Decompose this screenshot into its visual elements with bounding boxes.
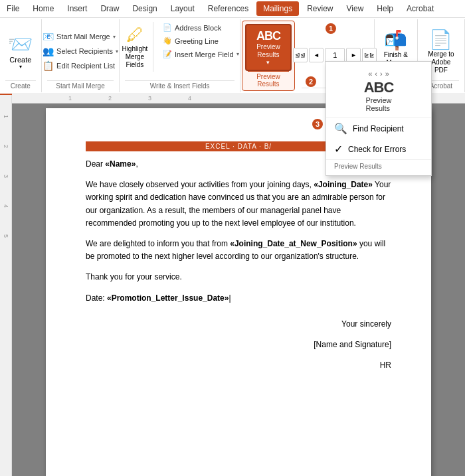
menu-view[interactable]: View — [340, 1, 371, 16]
nav-first-button[interactable]: ⊴⊴ — [293, 48, 308, 62]
joining-date-field: «Joining_Date» — [314, 180, 373, 189]
ruler-5: 5 — [3, 234, 9, 238]
insert-merge-field-chevron: ▾ — [236, 51, 239, 57]
create-icon: 📨 — [8, 33, 33, 56]
menu-file[interactable]: File — [0, 1, 26, 16]
highlight-merge-fields-button[interactable]: 🖊 HighlightMerge Fields — [117, 22, 153, 72]
group-label-write-insert: Write & Insert Fields — [125, 80, 234, 90]
nav-next-button[interactable]: ► — [346, 48, 361, 62]
dropdown-preview-label: PreviewResults — [365, 96, 391, 112]
create-label: Create — [9, 56, 31, 64]
start-mail-merge-button[interactable]: 📧 Start Mail Merge ▾ — [39, 30, 122, 43]
start-mail-merge-label: Start Mail Merge — [56, 33, 110, 40]
nav-prev-dd-icon: ‹ — [375, 70, 377, 78]
find-recipient-label: Find Recipient — [353, 124, 404, 133]
start-mail-merge-icon: 📧 — [43, 31, 54, 42]
highlight-icon: 🖊 — [126, 25, 143, 45]
select-recipients-button[interactable]: 👥 Select Recipients ▾ — [39, 44, 122, 58]
badge-three: 3 — [311, 118, 324, 131]
menu-layout[interactable]: Layout — [164, 1, 201, 16]
create-chevron: ▾ — [19, 64, 22, 70]
edit-recipient-label: Edit Recipient List — [56, 62, 115, 70]
check-for-errors-icon: ✓ — [334, 143, 343, 155]
dropdown-preview-item[interactable]: « ‹ › » ABC PreviewResults — [326, 64, 431, 118]
ruler-4: 4 — [3, 204, 9, 208]
ribbon-group-write-insert: 🖊 HighlightMerge Fields 📄 Address Block … — [120, 19, 240, 92]
badge-two: 2 — [304, 75, 318, 88]
create-button[interactable]: 📨 Create ▾ — [1, 30, 39, 72]
finish-merge-icon: 📬 — [384, 29, 407, 51]
nav-prev-button[interactable]: ◄ — [309, 48, 324, 62]
address-block-button[interactable]: 📄 Address Block — [159, 22, 243, 33]
nav-first-dd-icon: « — [368, 70, 372, 78]
menu-mailings[interactable]: Mailings — [256, 1, 299, 16]
menu-review[interactable]: Review — [300, 1, 339, 16]
greeting-text: Dear — [86, 159, 105, 169]
edit-recipient-icon: 📋 — [43, 60, 54, 71]
signature-line: [Name and Signature] — [86, 339, 391, 351]
para1: We have closely observed your activities… — [86, 179, 391, 230]
menu-acrobat[interactable]: Acrobat — [400, 1, 440, 16]
ruler-3: 3 — [3, 175, 9, 178]
menu-references[interactable]: References — [201, 1, 255, 16]
preview-results-main-button[interactable]: ABC PreviewResults ▾ — [245, 24, 292, 71]
menu-insert[interactable]: Insert — [60, 1, 94, 16]
menu-bar: File Home Insert Draw Design Layout Refe… — [0, 0, 465, 18]
nav-last-dd-icon: » — [385, 70, 389, 78]
dropdown-footer-label: Preview Results — [326, 159, 431, 173]
badge-one: 1 — [324, 22, 337, 35]
ribbon-group-create: 📨 Create ▾ Create — [0, 19, 42, 92]
date-line: Date: «Promotion_Letter_Issue_Date»| — [86, 292, 391, 305]
menu-draw[interactable]: Draw — [94, 1, 126, 16]
joining-date-position-field: «Joining_Date_at_New_Position» — [230, 239, 357, 248]
merge-pdf-icon: 📄 — [429, 29, 452, 50]
issue-date-field: «Promotion_Letter_Issue_Date» — [107, 293, 229, 303]
ruler-2: 2 — [3, 145, 9, 148]
doc-content: Dear «Name», We have closely observed yo… — [86, 158, 391, 372]
preview-results-label: PreviewResults — [256, 43, 280, 59]
greeting-line-icon: 👋 — [163, 37, 172, 45]
ruler-1: 1 — [3, 115, 9, 118]
closing-line: Your sincerely — [86, 318, 391, 331]
insert-merge-field-label: Insert Merge Field — [175, 50, 234, 58]
dropdown-abc-text: ABC — [364, 79, 394, 96]
find-recipient-item[interactable]: 🔍 Find Recipient — [326, 118, 431, 139]
nav-next-dd-icon: › — [380, 70, 383, 78]
check-for-errors-item[interactable]: ✓ Check for Errors — [326, 139, 431, 159]
group-label-preview-results: Preview Results — [248, 71, 289, 88]
find-recipient-icon: 🔍 — [334, 122, 347, 135]
para2: We are delighted to inform you that from… — [86, 238, 391, 263]
select-recipients-icon: 👥 — [43, 46, 54, 56]
address-block-label: Address Block — [175, 24, 221, 32]
nav-page-input[interactable] — [325, 48, 345, 62]
insert-merge-field-button[interactable]: 📝 Insert Merge Field ▾ — [159, 48, 243, 60]
highlight-label: HighlightMerge Fields — [121, 45, 149, 69]
insert-merge-field-icon: 📝 — [163, 50, 172, 58]
ribbon-group-preview-results: ABC PreviewResults ▾ Preview Results — [242, 21, 295, 91]
group-label-start-mail-merge: Start Mail Merge — [47, 80, 114, 90]
menu-home[interactable]: Home — [26, 1, 60, 16]
menu-help[interactable]: Help — [370, 1, 400, 16]
select-recipients-label: Select Recipients — [56, 47, 113, 55]
menu-design[interactable]: Design — [126, 1, 163, 16]
para3: Thank you for your service. — [86, 271, 391, 283]
left-ruler: 1 2 3 4 5 — [0, 95, 12, 476]
greeting-comma: , — [136, 159, 138, 169]
start-mail-merge-chevron: ▾ — [113, 34, 116, 40]
group-label-create: Create — [5, 80, 36, 90]
edit-recipient-list-button[interactable]: 📋 Edit Recipient List — [39, 59, 122, 72]
check-for-errors-label: Check for Errors — [348, 145, 406, 154]
greeting-line-label: Greeting Line — [175, 37, 219, 45]
preview-results-dropdown: « ‹ › » ABC PreviewResults 🔍 Find Recipi… — [326, 61, 432, 176]
address-block-icon: 📄 — [163, 23, 172, 32]
name-field: «Name» — [105, 159, 136, 169]
dept-line: HR — [86, 359, 391, 372]
preview-results-chevron-icon: ▾ — [266, 59, 270, 66]
greeting-line-button[interactable]: 👋 Greeting Line — [159, 35, 243, 46]
ribbon-group-start-mail-merge: 📧 Start Mail Merge ▾ 👥 Select Recipients… — [42, 19, 120, 92]
